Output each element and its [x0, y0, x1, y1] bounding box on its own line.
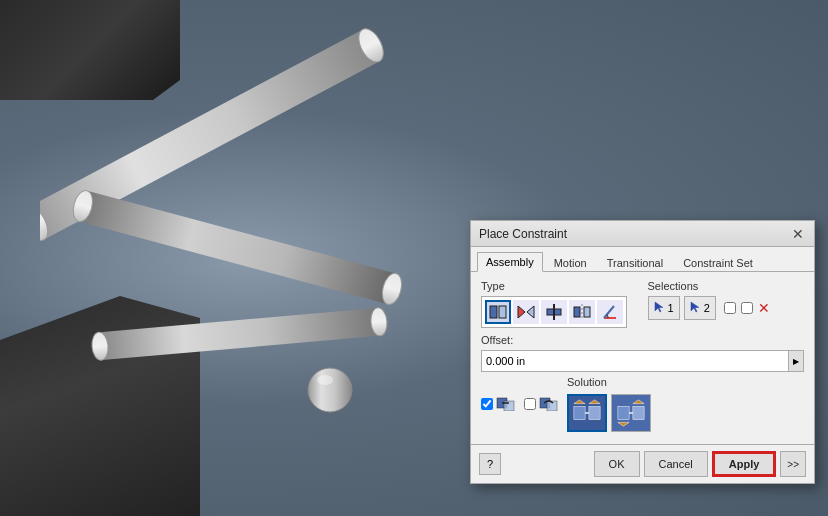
svg-point-10 [317, 375, 333, 385]
svg-marker-38 [633, 400, 644, 404]
selection-2-button[interactable]: 2 [684, 296, 716, 320]
offset-input[interactable] [481, 350, 788, 372]
help-button[interactable]: ? [479, 453, 501, 475]
tab-assembly[interactable]: Assembly [477, 252, 543, 272]
main-two-col: Type [481, 280, 804, 328]
checkbox-group-1 [481, 395, 516, 414]
type-section: Type [481, 280, 638, 328]
svg-line-21 [604, 306, 614, 318]
type-icon-row [481, 296, 627, 328]
solution-icon-1[interactable] [567, 394, 607, 432]
svg-rect-11 [490, 306, 497, 318]
sel-checkbox-2[interactable] [741, 302, 753, 314]
cursor-1-icon [654, 301, 666, 315]
dialog-content: Type [471, 272, 814, 444]
offset-input-row: ▶ [481, 350, 804, 372]
svg-marker-23 [691, 302, 699, 312]
type-angle-icon[interactable] [597, 300, 623, 324]
dialog-title: Place Constraint [479, 227, 567, 241]
svg-rect-6 [99, 308, 380, 360]
offset-arrow-button[interactable]: ▶ [788, 350, 804, 372]
option-icon-1 [496, 395, 516, 414]
option-checkbox-1[interactable] [481, 398, 493, 410]
sel-checkboxes: ✕ [724, 300, 770, 316]
cursor-2-icon [690, 301, 702, 315]
ok-button[interactable]: OK [594, 451, 640, 477]
tabs-row: Assembly Motion Transitional Constraint … [471, 247, 814, 272]
option-icon-2 [539, 395, 559, 414]
type-insert-icon[interactable] [541, 300, 567, 324]
sel-2-label: 2 [704, 302, 710, 314]
solution-icon-row [567, 394, 651, 432]
svg-rect-34 [618, 406, 629, 419]
tab-transitional[interactable]: Transitional [598, 252, 672, 272]
svg-point-9 [308, 368, 352, 412]
solution-label: Solution [567, 376, 607, 388]
type-flush-icon[interactable] [513, 300, 539, 324]
checkbox-group-2 [524, 395, 559, 414]
svg-marker-13 [518, 306, 525, 318]
selections-section: Selections 1 2 [648, 280, 805, 328]
svg-rect-12 [499, 306, 506, 318]
selection-buttons-row: 1 2 ✕ [648, 296, 805, 320]
tab-motion[interactable]: Motion [545, 252, 596, 272]
selections-label: Selections [648, 280, 805, 292]
svg-rect-3 [79, 191, 396, 305]
option-checkbox-2[interactable] [524, 398, 536, 410]
offset-section: Offset: ▶ [481, 334, 804, 372]
svg-rect-35 [633, 406, 644, 419]
svg-rect-30 [589, 406, 600, 419]
place-constraint-dialog: Place Constraint ✕ Assembly Motion Trans… [470, 220, 815, 484]
svg-marker-33 [589, 400, 600, 404]
sel-x-icon: ✕ [758, 300, 770, 316]
svg-marker-14 [527, 306, 534, 318]
svg-marker-32 [574, 400, 585, 404]
selection-1-button[interactable]: 1 [648, 296, 680, 320]
offset-label: Offset: [481, 334, 804, 346]
close-button[interactable]: ✕ [790, 226, 806, 242]
cancel-button[interactable]: Cancel [644, 451, 708, 477]
type-symmetry-icon[interactable] [569, 300, 595, 324]
dialog-footer: ? OK Cancel Apply >> [471, 444, 814, 483]
more-button[interactable]: >> [780, 451, 806, 477]
svg-marker-37 [618, 422, 629, 426]
svg-marker-22 [655, 302, 663, 312]
rods-scene [40, 20, 500, 480]
svg-rect-17 [574, 307, 580, 317]
type-mate-icon[interactable] [485, 300, 511, 324]
svg-rect-29 [574, 406, 585, 419]
sel-checkbox-1[interactable] [724, 302, 736, 314]
solution-area: Solution [567, 376, 804, 432]
tab-constraint-set[interactable]: Constraint Set [674, 252, 762, 272]
sel-1-label: 1 [668, 302, 674, 314]
apply-button[interactable]: Apply [712, 451, 777, 477]
checkboxes-row: Solution [481, 376, 804, 432]
dialog-titlebar: Place Constraint ✕ [471, 221, 814, 247]
type-label: Type [481, 280, 638, 292]
solution-icon-2[interactable] [611, 394, 651, 432]
svg-rect-18 [584, 307, 590, 317]
